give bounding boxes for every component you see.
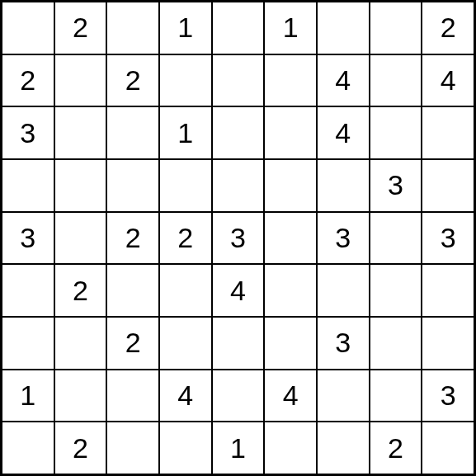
cell-r6-c5[interactable] [264,317,317,370]
cell-r8-c1[interactable]: 2 [54,422,107,474]
cell-r1-c0[interactable]: 2 [2,54,54,107]
cell-r6-c4[interactable] [212,317,265,370]
cell-r1-c8[interactable]: 4 [422,54,474,107]
cell-r6-c7[interactable] [370,317,422,370]
cell-r1-c3[interactable] [159,54,212,107]
cell-r8-c8[interactable] [422,422,474,474]
cell-r8-c2[interactable] [106,422,159,474]
cell-r2-c3[interactable]: 1 [159,106,212,159]
cell-r6-c3[interactable] [159,317,212,370]
cell-r4-c8[interactable]: 3 [422,212,474,265]
cell-r4-c5[interactable] [264,212,317,265]
cell-r6-c8[interactable] [422,317,474,370]
cell-r8-c7[interactable]: 2 [370,422,422,474]
cell-r2-c5[interactable] [264,106,317,159]
cell-r7-c1[interactable] [54,370,107,422]
cell-r1-c2[interactable]: 2 [106,54,159,107]
cell-r2-c2[interactable] [106,106,159,159]
cell-r7-c5[interactable]: 4 [264,370,317,422]
cell-r5-c7[interactable] [370,264,422,317]
cell-r3-c2[interactable] [106,159,159,212]
cell-r7-c8[interactable]: 3 [422,370,474,422]
cell-r7-c0[interactable]: 1 [2,370,54,422]
cell-r0-c4[interactable] [212,2,265,54]
cell-r4-c4[interactable]: 3 [212,212,265,265]
cell-r5-c1[interactable]: 2 [54,264,107,317]
puzzle-grid: 21122244314332233324231443212 [0,0,476,476]
cell-r2-c7[interactable] [370,106,422,159]
cell-r4-c0[interactable]: 3 [2,212,54,265]
cell-r0-c3[interactable]: 1 [159,2,212,54]
cell-r3-c5[interactable] [264,159,317,212]
cell-r3-c1[interactable] [54,159,107,212]
cell-r0-c7[interactable] [370,2,422,54]
cell-r2-c8[interactable] [422,106,474,159]
cell-r2-c4[interactable] [212,106,265,159]
cell-r5-c5[interactable] [264,264,317,317]
cell-r5-c3[interactable] [159,264,212,317]
cell-r4-c6[interactable]: 3 [317,212,370,265]
cell-r5-c4[interactable]: 4 [212,264,265,317]
cell-r4-c3[interactable]: 2 [159,212,212,265]
cell-r5-c0[interactable] [2,264,54,317]
cell-r6-c1[interactable] [54,317,107,370]
cell-r3-c0[interactable] [2,159,54,212]
cell-r7-c6[interactable] [317,370,370,422]
cell-r0-c1[interactable]: 2 [54,2,107,54]
cell-r6-c2[interactable]: 2 [106,317,159,370]
cell-r1-c5[interactable] [264,54,317,107]
cell-r7-c3[interactable]: 4 [159,370,212,422]
cell-r8-c0[interactable] [2,422,54,474]
cell-r3-c3[interactable] [159,159,212,212]
cell-r7-c2[interactable] [106,370,159,422]
cell-r2-c0[interactable]: 3 [2,106,54,159]
cell-r3-c6[interactable] [317,159,370,212]
cell-r1-c4[interactable] [212,54,265,107]
cell-r0-c6[interactable] [317,2,370,54]
cell-r3-c4[interactable] [212,159,265,212]
cell-r8-c3[interactable] [159,422,212,474]
cell-r2-c1[interactable] [54,106,107,159]
cell-r6-c0[interactable] [2,317,54,370]
cell-r7-c7[interactable] [370,370,422,422]
cell-r7-c4[interactable] [212,370,265,422]
cell-r5-c8[interactable] [422,264,474,317]
cell-r4-c1[interactable] [54,212,107,265]
cell-r1-c7[interactable] [370,54,422,107]
cell-r6-c6[interactable]: 3 [317,317,370,370]
cell-r8-c5[interactable] [264,422,317,474]
cell-r4-c2[interactable]: 2 [106,212,159,265]
cell-r5-c2[interactable] [106,264,159,317]
cell-r2-c6[interactable]: 4 [317,106,370,159]
cell-r3-c7[interactable]: 3 [370,159,422,212]
cell-r5-c6[interactable] [317,264,370,317]
cell-r0-c8[interactable]: 2 [422,2,474,54]
cell-r8-c4[interactable]: 1 [212,422,265,474]
cell-r8-c6[interactable] [317,422,370,474]
cell-r1-c1[interactable] [54,54,107,107]
cell-r0-c2[interactable] [106,2,159,54]
cell-r1-c6[interactable]: 4 [317,54,370,107]
cell-r0-c5[interactable]: 1 [264,2,317,54]
cell-r4-c7[interactable] [370,212,422,265]
cell-r3-c8[interactable] [422,159,474,212]
cell-r0-c0[interactable] [2,2,54,54]
